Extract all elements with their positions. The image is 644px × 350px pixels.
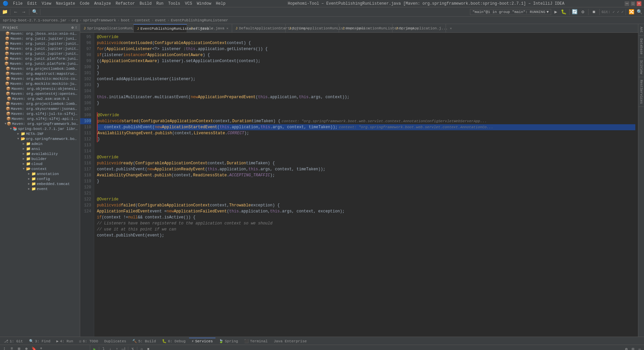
tree-item-spring-boot-jar[interactable]: ▼📚spring-boot-2.7.1.jar library root (0, 126, 80, 131)
tree-item-org-spring-boot[interactable]: ▼📂org.springframework.boot (0, 136, 80, 141)
toolbar-forward[interactable]: → (20, 9, 27, 15)
step-out-btn[interactable]: ↑ (114, 346, 120, 350)
menu-tools[interactable]: Tools (166, 1, 182, 7)
tab-todo[interactable]: ☑ 6: TODO (76, 338, 101, 344)
tree-item-asm[interactable]: 📦Maven: org.ow2.asm:asm:9.1 (0, 96, 80, 101)
tree-item-mapstruct[interactable]: 📦Maven: org.mapstruct:mapstruct:1.3.1.Fi… (0, 71, 80, 76)
tab-duplicates[interactable]: Duplicates (102, 338, 129, 344)
tree-item-lombok[interactable]: 📦Maven: org.projectlombok:lombok:1.18.24 (0, 66, 80, 71)
evaluate-btn[interactable]: ⌥ (130, 346, 136, 350)
breadcrumb-item-6[interactable]: event (155, 18, 166, 22)
tab-git[interactable]: ⎇ 1: Git (1, 338, 26, 344)
services-add-btn[interactable]: + (38, 346, 44, 350)
breadcrumb-item-1[interactable]: spring-boot-2.7.1-sources.jar (3, 18, 66, 22)
clear-btn[interactable]: ✖ (145, 346, 151, 350)
run-to-cursor-btn[interactable]: →| (121, 346, 127, 350)
code-editor-content[interactable]: @Override public void contextLoaded(Conf… (94, 33, 638, 337)
menu-vcs[interactable]: VCS (183, 1, 194, 7)
toolbar-search[interactable]: 🔍 (31, 9, 38, 15)
close-tab-3[interactable]: ✕ (226, 26, 228, 30)
tab-run-listener[interactable]: J SpringApplicationRunListener.java ✕ (286, 24, 339, 32)
tree-item-cloud[interactable]: ▶📁cloud (0, 161, 80, 166)
tab-spring-run-listeners[interactable]: J SpringApplicationRunListeners.java ✕ (80, 24, 134, 32)
resume-btn[interactable]: ▶ (92, 346, 98, 350)
tab-iterable[interactable]: J Iterable.java ✕ (187, 24, 232, 32)
restore-layout-btn[interactable]: ⊡ (630, 346, 636, 350)
services-collapse-btn[interactable]: ↕ (1, 346, 7, 350)
menu-file[interactable]: File (11, 1, 25, 7)
vtab-ant[interactable]: Ant (639, 24, 644, 36)
tree-item-builder[interactable]: ▶📁builder (0, 156, 80, 161)
tree-item-junit-params[interactable]: 📦Maven: org.junit.jupiter:junit-jupiter-… (0, 51, 80, 56)
minimize-button[interactable]: ─ (625, 1, 629, 6)
sidebar-settings-icon[interactable]: ⚙ (71, 25, 74, 30)
tree-item-slf4j-api[interactable]: 📦Maven: org.slf4j:slf4j-api:1.7.36 (0, 116, 80, 121)
stop-button[interactable]: ■ (591, 9, 597, 15)
services-filter-btn[interactable]: ⊛ (23, 346, 29, 350)
vtab-rest[interactable]: RestServices (639, 77, 644, 107)
tree-item-admin[interactable]: ▶📁admin (0, 141, 80, 146)
tree-item-ansi[interactable]: ▶📁ansi (0, 146, 80, 151)
tab-run[interactable]: ▶ 4: Run (54, 338, 76, 344)
tab-terminal[interactable]: ⬛ Terminal (241, 338, 271, 344)
breadcrumb-item-5[interactable]: context (135, 18, 150, 22)
tab-spring[interactable]: 🍃 Spring (216, 338, 241, 344)
menu-analyze[interactable]: Analyze (92, 1, 113, 7)
toolbar-back[interactable]: ← (12, 9, 19, 15)
tree-item-objenesis[interactable]: 📦Maven: org.objenesis:objenesis:2.6 (0, 86, 80, 91)
toolbar-settings[interactable]: ⚙ (580, 9, 586, 15)
tree-item-jul-to-slf4j[interactable]: 📦Maven: org.slf4j:jul-to-slf4j:1.7.36 (0, 111, 80, 116)
menu-help[interactable]: Help (214, 1, 227, 7)
menu-navigate[interactable]: Navigate (54, 1, 77, 7)
settings-debug-btn[interactable]: ⚙ (623, 346, 629, 350)
tab-build[interactable]: 🔨 5: Build (130, 338, 159, 344)
close-tab-7[interactable]: ✕ (450, 26, 452, 30)
tree-item-opentest4j[interactable]: 📦Maven: org.opentest4j:opentest4j:1.2.0 (0, 91, 80, 96)
toolbar-git[interactable]: 🔀 (628, 9, 635, 15)
breadcrumb-item-4[interactable]: boot (121, 18, 130, 22)
tree-item-platform-commons[interactable]: 📦Maven: org.junit.platform:junit-platfor… (0, 56, 80, 61)
tree-item-mockito-junit[interactable]: 📦Maven: org.mockito:mockito-junit-jupite… (0, 81, 80, 86)
tab-services[interactable]: ⚡ Services (189, 338, 215, 344)
breadcrumb-item-2[interactable]: org (71, 18, 78, 22)
menu-refactor[interactable]: Refactor (114, 1, 137, 7)
step-into-btn[interactable]: ↓ (107, 346, 113, 350)
tree-item-availability[interactable]: ▶📁availability (0, 151, 80, 156)
breadcrumb-item-7[interactable]: EventPublishingRunListener (171, 18, 228, 22)
close-button[interactable]: ✕ (637, 1, 641, 6)
tree-item-config[interactable]: ▶📁config (0, 176, 80, 181)
tree-item-event[interactable]: ▶📁event (0, 186, 80, 191)
breadcrumb-item-3[interactable]: springframework (83, 18, 116, 22)
tab-java-enterprise[interactable]: Java Enterprise (271, 338, 309, 344)
tree-item-spring-boot[interactable]: ▼📦Maven: org.springframework.boot:spring… (0, 121, 80, 126)
tree-item-embedded-tomcat[interactable]: ▶📁embedded.tomcat (0, 181, 80, 186)
tree-item-lombok2[interactable]: 📦Maven: org.projectlombok:lombok:1.18.24 (0, 101, 80, 106)
menu-window[interactable]: Window (195, 1, 213, 7)
mute-breakpoints-btn[interactable]: ○ (139, 346, 145, 350)
run-config-selector[interactable]: "main"@1 in group "main": RUNNING ▼ (470, 9, 551, 15)
toolbar-open[interactable]: 📁 (1, 9, 8, 15)
services-list-btn[interactable]: ≡ (9, 346, 15, 350)
step-over-btn[interactable]: ⤵ (101, 346, 107, 350)
tab-find[interactable]: 🔍 3: Find (26, 338, 53, 344)
tree-item-xnio[interactable]: 📦Maven: org.jboss.xnio:xnio-nio:3.8.7.Fi… (0, 31, 80, 36)
tree-item-junit-api[interactable]: 📦Maven: org.junit.jupiter:junit-jupiter-… (0, 41, 80, 46)
tree-item-mockito-core[interactable]: 📦Maven: org.mockito:mockito-core:4.5.1 (0, 76, 80, 81)
toolbar-search2[interactable]: 🔍 (636, 9, 643, 15)
toolbar-update[interactable]: 🔄 (572, 9, 578, 15)
services-group-btn[interactable]: ⊞ (16, 346, 22, 350)
maximize-button[interactable]: □ (631, 1, 635, 6)
close-debug-btn[interactable]: — (637, 346, 643, 350)
tree-item-meta-inf[interactable]: ▶📁META-INF (0, 131, 80, 136)
vtab-sciview[interactable]: SciView (639, 57, 644, 77)
menu-code[interactable]: Code (78, 1, 92, 7)
tree-item-jsonassert[interactable]: 📦Maven: org.skyscreamer:jsonassert:1.5.0 (0, 106, 80, 111)
menu-build[interactable]: Build (138, 1, 154, 7)
tab-default-startup[interactable]: J DefaultApplicationStartup.java ✕ (232, 24, 286, 32)
run-button[interactable]: ▶ (552, 9, 559, 15)
services-bookmark-btn[interactable]: 🔖 (31, 346, 37, 350)
menu-run[interactable]: Run (154, 1, 166, 7)
menu-edit[interactable]: Edit (25, 1, 39, 7)
tab-debug[interactable]: 🐛 6: Debug (159, 338, 188, 344)
vtab-database[interactable]: Database (639, 36, 644, 57)
